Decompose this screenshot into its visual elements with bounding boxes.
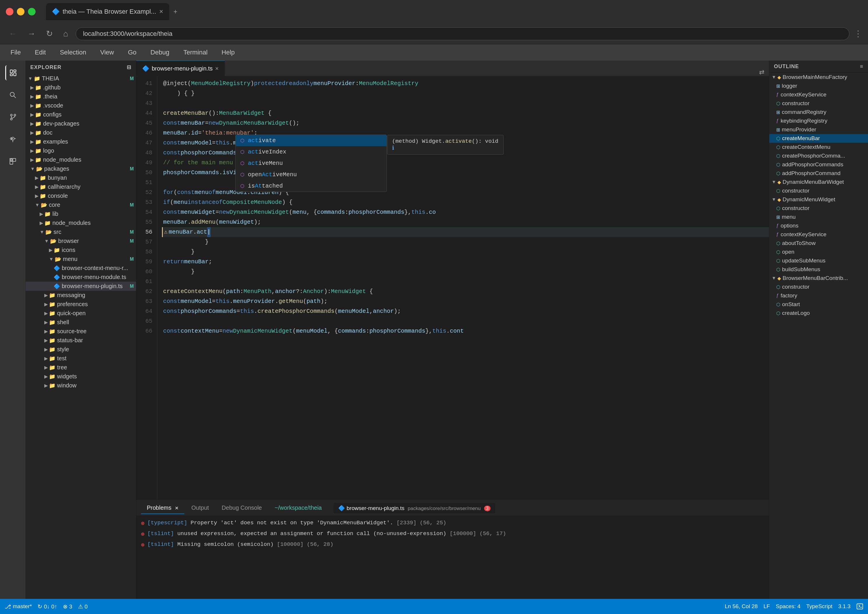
tree-item-browser-context[interactable]: 🔷 browser-context-menu-r...	[26, 264, 136, 273]
tree-item-style[interactable]: ▶ 📁 style	[26, 345, 136, 354]
outline-item-options[interactable]: ƒ options	[769, 222, 868, 230]
panel-file-tab-browser-plugin[interactable]: 🔷 browser-menu-plugin.ts packages/core/s…	[333, 503, 496, 513]
tree-item-theia[interactable]: ▼ 📁 THEIA M	[26, 74, 136, 83]
tree-item-shell[interactable]: ▶ 📁 shell	[26, 318, 136, 327]
outline-item-BrowserMenuBarContrib[interactable]: ▼ ◆ BrowserMenuBarContrib...	[769, 274, 868, 282]
outline-item-onStart[interactable]: ⬡ onStart	[769, 300, 868, 309]
outline-item-buildSubMenus[interactable]: ⬡ buildSubMenus	[769, 265, 868, 274]
menu-file[interactable]: File	[5, 46, 26, 59]
menu-debug[interactable]: Debug	[145, 46, 175, 59]
ac-item-activeIndex[interactable]: ⬡ activeIndex	[236, 146, 386, 158]
minimize-button[interactable]	[17, 8, 25, 16]
tree-item-status-bar[interactable]: ▶ 📁 status-bar	[26, 336, 136, 345]
tree-item-doc[interactable]: ▶ 📁 doc	[26, 128, 136, 137]
activity-debug-icon[interactable]	[5, 132, 20, 147]
status-version[interactable]: 3.1.3	[838, 603, 851, 609]
tree-item-node-modules[interactable]: ▶ 📁 node_modules	[26, 155, 136, 164]
activity-explorer-icon[interactable]	[5, 65, 20, 81]
outline-item-contextKeyService2[interactable]: ƒ contextKeyService	[769, 230, 868, 239]
ac-item-activeMenu[interactable]: ⬡ activeMenu	[236, 158, 386, 169]
editor-tab-browser-menu-plugin[interactable]: 🔷 browser-menu-plugin.ts ✕	[136, 60, 225, 76]
panel-tab-problems[interactable]: Problems ✕	[141, 502, 184, 514]
tree-item-tree[interactable]: ▶ 📁 tree	[26, 363, 136, 372]
activity-git-icon[interactable]	[5, 110, 20, 125]
outline-item-createMenuBar[interactable]: ⬡ createMenuBar	[769, 134, 868, 143]
tree-item-widgets[interactable]: ▶ 📁 widgets	[26, 372, 136, 381]
outline-item-constructor3[interactable]: ⬡ constructor	[769, 204, 868, 212]
tab-close-button[interactable]: ✕	[159, 8, 163, 15]
tree-item-source-tree[interactable]: ▶ 📁 source-tree	[26, 327, 136, 336]
tree-item-core[interactable]: ▼ 📂 core M	[26, 200, 136, 209]
panel-tab-close-icon[interactable]: ✕	[175, 505, 178, 511]
tree-item-callhierarchy[interactable]: ▶ 📁 callhierarchy	[26, 182, 136, 191]
outline-item-addPhosphorCommands[interactable]: ⬡ addPhosphorCommands	[769, 160, 868, 169]
status-spaces[interactable]: Spaces: 4	[776, 603, 800, 609]
menu-edit[interactable]: Edit	[29, 46, 51, 59]
address-bar[interactable]: localhost:3000/workspace/theia	[76, 27, 849, 40]
outline-item-DynamicMenuBarWidget[interactable]: ▼ ◆ DynamicMenuBarWidget	[769, 178, 868, 186]
home-button[interactable]: ⌂	[60, 28, 71, 40]
menu-selection[interactable]: Selection	[54, 46, 92, 59]
tree-item-node-modules-inner[interactable]: ▶ 📁 node_modules	[26, 219, 136, 228]
outline-item-commandRegistry[interactable]: ⊞ commandRegistry	[769, 108, 868, 116]
panel-tab-output[interactable]: Output	[186, 502, 215, 514]
status-language[interactable]: TypeScript	[806, 603, 832, 609]
status-encoding[interactable]: LF	[763, 603, 770, 609]
outline-item-keybindingRegistry[interactable]: ƒ keybindingRegistry	[769, 116, 868, 125]
activity-extensions-icon[interactable]	[5, 154, 20, 169]
status-warnings[interactable]: ⚠ 0	[78, 603, 88, 610]
tree-item-preferences[interactable]: ▶ 📁 preferences	[26, 300, 136, 309]
outline-item-DynamicMenuWidget[interactable]: ▼ ◆ DynamicMenuWidget	[769, 195, 868, 204]
tree-item-browser[interactable]: ▼ 📂 browser M	[26, 237, 136, 245]
menu-help[interactable]: Help	[216, 46, 240, 59]
more-options-button[interactable]: ⋮	[854, 29, 862, 39]
outline-item-open[interactable]: ⬡ open	[769, 248, 868, 256]
tree-item-github[interactable]: ▶ 📁 .github	[26, 83, 136, 92]
tree-item-bunyan[interactable]: ▶ 📁 bunyan	[26, 173, 136, 182]
code-editor[interactable]: 41 42 43 44 45 46 47 48 49 50 51 52 53 5…	[136, 76, 769, 500]
tree-item-window[interactable]: ▶ 📁 window	[26, 381, 136, 390]
tree-item-vscode[interactable]: ▶ 📁 .vscode	[26, 101, 136, 110]
tab-close-icon[interactable]: ✕	[215, 66, 219, 71]
tree-item-configs[interactable]: ▶ 📁 configs	[26, 110, 136, 119]
outline-item-createContextMenu[interactable]: ⬡ createContextMenu	[769, 143, 868, 152]
outline-item-constructor4[interactable]: ⬡ constructor	[769, 282, 868, 291]
outline-item-constructor2[interactable]: ⬡ constructor	[769, 186, 868, 195]
tree-item-console[interactable]: ▶ 📁 console	[26, 191, 136, 200]
menu-go[interactable]: Go	[122, 46, 142, 59]
tree-item-packages[interactable]: ▼ 📂 packages M	[26, 164, 136, 173]
browser-tab[interactable]: 🔷 theia — Theia Browser Exampl... ✕	[46, 3, 169, 20]
outline-item-contextKeyService[interactable]: ƒ contextKeyService	[769, 90, 868, 99]
tree-item-logo[interactable]: ▶ 📁 logo	[26, 146, 136, 155]
tree-item-browser-module[interactable]: 🔷 browser-menu-module.ts	[26, 273, 136, 282]
outline-item-menu[interactable]: ⊞ menu	[769, 212, 868, 222]
back-button[interactable]: ←	[6, 28, 20, 40]
activity-search-icon[interactable]	[5, 87, 20, 102]
close-button[interactable]	[6, 8, 13, 16]
reload-button[interactable]: ↻	[43, 28, 56, 40]
sync-icon[interactable]: ⇄	[755, 68, 769, 76]
status-branch[interactable]: ⎇ master*	[5, 603, 32, 610]
outline-list-icon[interactable]: ≡	[860, 64, 863, 70]
outline-item-aboutToShow[interactable]: ⬡ aboutToShow	[769, 239, 868, 248]
tree-item-browser-plugin[interactable]: 🔷 browser-menu-plugin.ts M	[26, 282, 136, 291]
outline-item-updateSubMenus[interactable]: ⬡ updateSubMenus	[769, 256, 868, 265]
outline-item-menuProvider[interactable]: ⊞ menuProvider	[769, 125, 868, 134]
outline-item-logger[interactable]: ⊞ logger	[769, 82, 868, 90]
menu-view[interactable]: View	[95, 46, 120, 59]
ac-item-activate[interactable]: ⬡ activate	[236, 135, 386, 146]
outline-item-BrowserMainMenuFactory[interactable]: ▼ ◆ BrowserMainMenuFactory	[769, 73, 868, 82]
status-errors[interactable]: ⊗ 3	[63, 603, 72, 610]
new-tab-button[interactable]: +	[170, 8, 180, 16]
tree-item-lib[interactable]: ▶ 📁 lib	[26, 209, 136, 219]
panel-tab-debug[interactable]: Debug Console	[216, 502, 268, 514]
maximize-button[interactable]	[28, 8, 36, 16]
status-sync[interactable]: ↻ 0↓ 0↑	[37, 603, 57, 610]
ac-item-isAttached[interactable]: ⬡ isAttached	[236, 180, 386, 192]
status-position[interactable]: Ln 56, Col 28	[725, 603, 758, 609]
forward-button[interactable]: →	[25, 28, 39, 40]
tree-item-examples[interactable]: ▶ 📁 examples	[26, 137, 136, 146]
status-terminal-icon[interactable]	[856, 603, 863, 610]
tree-item-messaging[interactable]: ▶ 📁 messaging	[26, 291, 136, 300]
tree-item-icons[interactable]: ▶ 📁 icons	[26, 245, 136, 254]
